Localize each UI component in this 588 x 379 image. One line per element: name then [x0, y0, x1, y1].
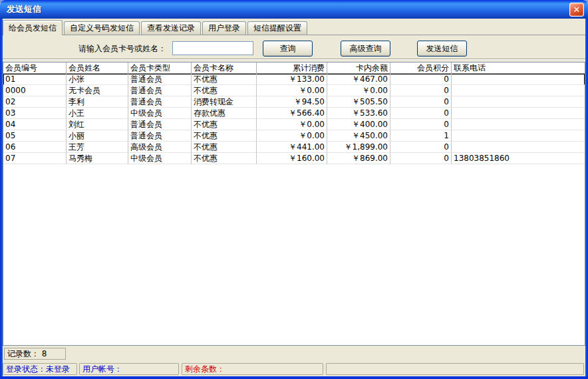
cell-member-id: 07: [3, 153, 67, 164]
cell-card-type: 普通会员: [128, 85, 192, 96]
search-input[interactable]: [172, 41, 253, 55]
cell-member-points: 0: [390, 74, 452, 85]
toolbar-divider: [3, 59, 585, 60]
cell-member-name: 小王: [67, 108, 128, 119]
record-count-box: 记录数： 8: [4, 348, 66, 360]
status-user-account: 用户帐号：: [79, 363, 179, 375]
cell-card-balance: ￥505.50: [327, 96, 390, 108]
cell-total-consumption: ￥133.00: [257, 74, 327, 85]
window-border-right: [585, 19, 588, 379]
cell-member-name: 马秀梅: [67, 153, 128, 164]
cell-contact-phone: [452, 96, 585, 108]
cell-member-name: 小张: [67, 74, 128, 85]
tab-send-to-members[interactable]: 给会员发短信: [3, 20, 63, 35]
cell-card-type: 高级会员: [128, 142, 192, 153]
cell-member-name: 李利: [67, 96, 128, 108]
tab-user-login[interactable]: 用户登录: [202, 21, 246, 35]
cell-card-balance: ￥1,899.00: [327, 142, 390, 153]
cell-card-name: 不优惠: [192, 85, 257, 96]
send-sms-button[interactable]: 发送短信: [417, 41, 467, 57]
cell-card-name: 不优惠: [192, 119, 257, 130]
titlebar: 发送短信 ✕: [0, 0, 588, 19]
cell-member-points: 0: [390, 119, 452, 130]
status-login-state: 登录状态：未登录: [3, 363, 77, 375]
header-total-consumption[interactable]: 累计消费: [257, 63, 327, 74]
header-contact-phone[interactable]: 联系电话: [452, 63, 585, 74]
tab-custom-number-sms[interactable]: 自定义号码发短信: [64, 21, 140, 35]
table-row[interactable]: 05小丽普通会员不优惠￥0.00￥450.001: [3, 130, 585, 142]
cell-card-type: 普通会员: [128, 74, 192, 85]
cell-total-consumption: ￥0.00: [257, 130, 327, 142]
cell-card-name: 消费转现金: [192, 96, 257, 108]
search-toolbar: 请输入会员卡号或姓名： 查询 高级查询 发送短信: [3, 37, 585, 59]
cell-member-id: 05: [3, 130, 67, 142]
table-row[interactable]: 02李利普通会员消费转现金￥94.50￥505.500: [3, 96, 585, 108]
record-count-value: 8: [42, 349, 47, 358]
cell-member-name: 小丽: [67, 130, 128, 142]
cell-contact-phone: 13803851860: [452, 153, 585, 164]
tab-view-send-records[interactable]: 查看发送记录: [141, 21, 201, 35]
cell-member-id: 03: [3, 108, 67, 119]
query-button[interactable]: 查询: [263, 41, 313, 57]
cell-member-name: 无卡会员: [67, 85, 128, 96]
member-table: 会员编号会员姓名会员卡类型会员卡名称累计消费卡内余额会员积分联系电话 01小张普…: [3, 62, 585, 346]
tab-strip: 给会员发短信自定义号码发短信查看发送记录用户登录短信提醒设置: [3, 20, 585, 35]
cell-total-consumption: ￥0.00: [257, 119, 327, 130]
cell-card-balance: ￥533.60: [327, 108, 390, 119]
advanced-query-button[interactable]: 高级查询: [341, 41, 390, 57]
record-count-label: 记录数：: [7, 349, 39, 358]
cell-total-consumption: ￥566.40: [257, 108, 327, 119]
header-card-balance[interactable]: 卡内余额: [327, 63, 390, 74]
cell-total-consumption: ￥160.00: [257, 153, 327, 164]
cell-card-balance: ￥467.00: [327, 74, 390, 85]
cell-member-points: 1: [390, 130, 452, 142]
cell-contact-phone: [452, 108, 585, 119]
cell-card-balance: ￥400.00: [327, 119, 390, 130]
cell-total-consumption: ￥94.50: [257, 96, 327, 108]
header-member-name[interactable]: 会员姓名: [67, 63, 128, 74]
cell-card-name: 不优惠: [192, 74, 257, 85]
cell-member-id: 04: [3, 119, 67, 130]
table-row[interactable]: 03小王中级会员存款优惠￥566.40￥533.600: [3, 108, 585, 119]
cell-card-type: 中级会员: [128, 108, 192, 119]
header-card-type[interactable]: 会员卡类型: [128, 63, 192, 74]
cell-member-id: 02: [3, 96, 67, 108]
table-header-row: 会员编号会员姓名会员卡类型会员卡名称累计消费卡内余额会员积分联系电话: [3, 63, 585, 74]
cell-member-points: 0: [390, 153, 452, 164]
cell-contact-phone: [452, 130, 585, 142]
header-card-name[interactable]: 会员卡名称: [192, 63, 257, 74]
cell-member-name: 刘红: [67, 119, 128, 130]
cell-card-type: 普通会员: [128, 130, 192, 142]
send-sms-window: 发送短信 ✕ 给会员发短信自定义号码发短信查看发送记录用户登录短信提醒设置 请输…: [0, 0, 588, 379]
cell-card-name: 不优惠: [192, 130, 257, 142]
cell-contact-phone: [452, 85, 585, 96]
table-row[interactable]: 06王芳高级会员不优惠￥441.00￥1,899.000: [3, 142, 585, 153]
tab-sms-reminder-settings[interactable]: 短信提醒设置: [247, 21, 307, 35]
window-border-bottom: [0, 376, 588, 379]
search-label: 请输入会员卡号或姓名：: [78, 43, 166, 55]
cell-member-points: 0: [390, 96, 452, 108]
close-button[interactable]: ✕: [569, 3, 584, 17]
cell-contact-phone: [452, 74, 585, 85]
cell-card-type: 普通会员: [128, 96, 192, 108]
table-row[interactable]: 0000无卡会员普通会员不优惠￥0.00￥0.000: [3, 85, 585, 96]
header-member-id[interactable]: 会员编号: [3, 63, 67, 74]
cell-member-id: 01: [3, 74, 67, 85]
cell-contact-phone: [452, 142, 585, 153]
cell-card-name: 不优惠: [192, 142, 257, 153]
cell-member-points: 0: [390, 142, 452, 153]
cell-member-points: 0: [390, 85, 452, 96]
table-row[interactable]: 01小张普通会员不优惠￥133.00￥467.000: [3, 74, 585, 85]
close-icon: ✕: [573, 5, 581, 15]
table-body: 01小张普通会员不优惠￥133.00￥467.0000000无卡会员普通会员不优…: [3, 74, 585, 164]
table-row[interactable]: 04刘红普通会员不优惠￥0.00￥400.000: [3, 119, 585, 130]
cell-member-points: 0: [390, 108, 452, 119]
header-member-points[interactable]: 会员积分: [390, 63, 452, 74]
status-empty-panel: [326, 363, 584, 375]
cell-card-balance: ￥869.00: [327, 153, 390, 164]
cell-total-consumption: ￥441.00: [257, 142, 327, 153]
status-remaining-count: 剩余条数：: [182, 363, 323, 375]
window-title: 发送短信: [7, 0, 41, 18]
cell-card-type: 普通会员: [128, 119, 192, 130]
table-row[interactable]: 07马秀梅中级会员不优惠￥160.00￥869.00013803851860: [3, 153, 585, 164]
